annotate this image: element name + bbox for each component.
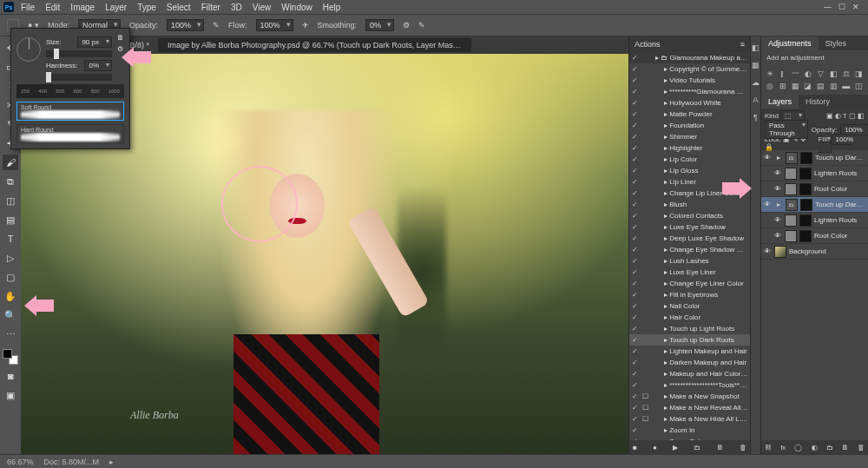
photofilter-icon[interactable]: ◎ (765, 81, 775, 91)
action-item[interactable]: ✓▸ Matte Powder (629, 109, 750, 120)
action-item[interactable]: ✓▸ Lush Lashes (629, 255, 750, 267)
maximize-icon[interactable]: ☐ (838, 3, 845, 11)
close-icon[interactable]: ✕ (852, 3, 859, 11)
brush-tool[interactable]: 🖌 (3, 155, 18, 170)
action-item[interactable]: ✓▸ Makeup and Hair Color Boost (629, 368, 750, 379)
new-layer-icon[interactable]: 🗎 (842, 444, 849, 452)
lookup-icon[interactable]: ▦ (790, 81, 800, 91)
action-item[interactable]: ✓▸ Highlighter (629, 142, 750, 154)
action-item[interactable]: ✓▸ Blush (629, 199, 750, 210)
action-item[interactable]: ✓▸ Video Tutorials (629, 75, 750, 86)
zoom-level[interactable]: 66.67% (7, 458, 34, 466)
action-item[interactable]: ✓▸ Copyright © of Summerana (629, 63, 750, 75)
hand-tool[interactable]: ✋ (3, 288, 18, 304)
layer-row[interactable]: 👁▸🗀Touch up Dark R... (761, 150, 868, 166)
record-icon[interactable]: ● (653, 444, 657, 452)
paragraph-panel-icon[interactable]: ¶ (753, 113, 758, 122)
menu-view[interactable]: View (247, 1, 277, 14)
bw-icon[interactable]: ◨ (853, 69, 864, 79)
invert-icon[interactable]: ◪ (803, 81, 813, 91)
brush-size-input[interactable]: 90 px (77, 36, 112, 48)
menu-select[interactable]: Select (161, 1, 196, 14)
posterize-icon[interactable]: ▤ (816, 81, 826, 91)
fx-icon[interactable]: fx (780, 444, 786, 452)
brush-size-slider[interactable] (46, 50, 112, 57)
new-brush-icon[interactable]: 🗎 (117, 34, 124, 42)
menu-layer[interactable]: Layer (100, 1, 132, 14)
action-item[interactable]: ✓▸ ******************Tools**************… (629, 379, 750, 391)
play-icon[interactable]: ▶ (673, 444, 678, 452)
menu-file[interactable]: File (16, 1, 40, 14)
colorbal-icon[interactable]: ⚖ (841, 69, 852, 79)
blend-mode-select[interactable]: Pass Through (765, 120, 808, 139)
edit-toolbar-icon[interactable]: ⋯ (3, 326, 18, 342)
brush-preset[interactable]: Soft Round (16, 102, 124, 121)
character-panel-icon[interactable]: A (753, 96, 758, 104)
menu-window[interactable]: Window (276, 1, 318, 14)
color-panel-icon[interactable]: ◧ (752, 43, 760, 52)
gradient-tool[interactable]: ▤ (3, 212, 18, 227)
brush-hardness-input[interactable]: 0% (84, 60, 112, 71)
exposure-icon[interactable]: ◐ (803, 69, 813, 79)
action-item[interactable]: ✓▸ Colored Contacts (629, 210, 750, 221)
layer-row[interactable]: 👁Lighten Roots (761, 213, 868, 228)
new-action-icon[interactable]: 🗎 (717, 444, 724, 452)
group-icon[interactable]: 🗀 (826, 444, 833, 452)
smoothing-options-icon[interactable]: ⚙ (403, 21, 410, 30)
eraser-tool[interactable]: ◫ (3, 193, 18, 208)
screenmode-icon[interactable]: ▣ (3, 387, 18, 403)
delete-layer-icon[interactable]: 🗑 (858, 444, 865, 452)
airbrush-icon[interactable]: ✈ (302, 21, 309, 30)
action-item[interactable]: ✓▸ Shimmer (629, 131, 750, 142)
action-item[interactable]: ✓▸ **********Glamourana Makeup and H... (629, 86, 750, 97)
gradmap-icon[interactable]: ▬ (841, 81, 852, 91)
quickmask-icon[interactable]: ◙ (3, 368, 18, 384)
action-item[interactable]: ✓▸ Nail Color (629, 300, 750, 312)
libraries-panel-icon[interactable]: ☁ (752, 78, 760, 87)
action-item[interactable]: ✓▸ Hollywood White (629, 97, 750, 109)
selcolor-icon[interactable]: ◫ (853, 81, 864, 91)
action-item[interactable]: ✓▸ Change Eye Shadow Color (629, 244, 750, 255)
brightness-icon[interactable]: ☀ (765, 69, 775, 79)
doc-info-arrow[interactable]: ▸ (109, 458, 114, 466)
curves-icon[interactable]: 〰 (790, 69, 800, 79)
action-item[interactable]: ✓▸ Change Eye Liner Color (629, 278, 750, 289)
panel-menu-icon[interactable]: ≡ (740, 40, 745, 49)
action-item[interactable]: ✓▸ Lighten Makeup and Hair (629, 346, 750, 357)
action-item[interactable]: ✓▸ Foundation (629, 120, 750, 131)
action-item[interactable]: ✓☐▸ Make a New Hide All Layer Mask (Bl..… (629, 413, 750, 425)
action-item[interactable]: ✓▸ Luxe Eye Shadow (629, 221, 750, 233)
filter-icons[interactable]: ▣ ◐ T ▢ ◧ (826, 112, 865, 120)
brush-angle-control[interactable] (16, 37, 41, 62)
action-item[interactable]: ✓▸ Hair Color (629, 312, 750, 323)
pressure-size-icon[interactable]: ✎ (418, 21, 425, 30)
action-item[interactable]: ✓▸ Lip Color (629, 154, 750, 165)
pressure-opacity-icon[interactable]: ✎ (213, 21, 220, 30)
action-item[interactable]: ✓▸ Deep Luxe Eye Shadow (629, 233, 750, 244)
opacity-input[interactable]: 100% (167, 19, 204, 31)
menu-type[interactable]: Type (132, 1, 161, 14)
action-item[interactable]: ✓▸ Zoom In (629, 425, 750, 436)
history-tab[interactable]: History (799, 95, 837, 109)
action-item[interactable]: ✓▸ Touch up Dark Roots (629, 334, 750, 346)
styles-tab[interactable]: Styles (819, 36, 854, 50)
layer-row[interactable]: 👁Background (761, 244, 868, 260)
foreground-color[interactable] (3, 349, 12, 359)
color-swatches[interactable] (3, 349, 18, 365)
menu-edit[interactable]: Edit (40, 1, 65, 14)
vibrance-icon[interactable]: ▽ (816, 69, 826, 79)
action-item[interactable]: ✓▸ Lip Gloss (629, 165, 750, 176)
adjustments-tab[interactable]: Adjustments (761, 36, 819, 50)
action-item[interactable]: ✓▸ Darken Makeup and Hair (629, 357, 750, 368)
menu-help[interactable]: Help (318, 1, 346, 14)
menu-filter[interactable]: Filter (196, 1, 226, 14)
actions-tab[interactable]: Actions (635, 40, 661, 49)
hue-icon[interactable]: ◧ (828, 69, 838, 79)
layers-tab[interactable]: Layers (761, 95, 799, 109)
link-icon[interactable]: ⛓ (765, 444, 772, 452)
zoom-tool[interactable]: 🔍 (3, 307, 18, 323)
levels-icon[interactable]: ⫿ (778, 69, 788, 79)
chmix-icon[interactable]: ⊞ (778, 81, 788, 91)
layer-row[interactable]: 👁Root Color (761, 228, 868, 244)
path-tool[interactable]: ▷ (3, 250, 18, 266)
